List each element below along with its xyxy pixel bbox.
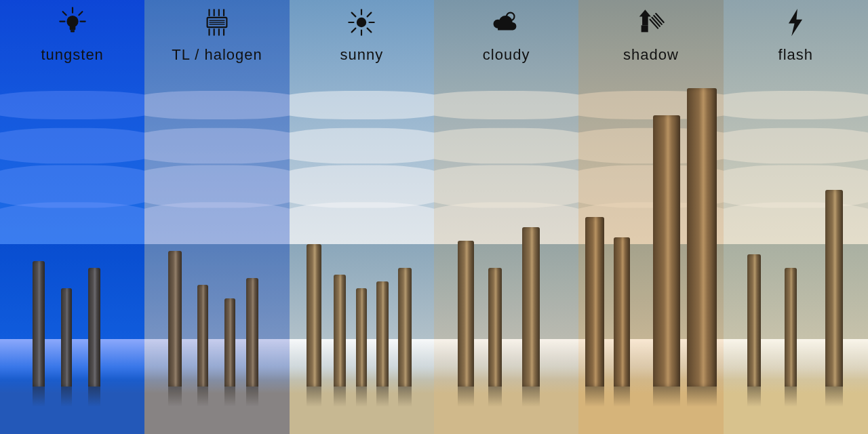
- svg-point-20: [357, 18, 366, 27]
- pole: [585, 217, 604, 387]
- panel-shadow: shadow: [578, 0, 724, 434]
- pole: [33, 261, 45, 387]
- pole: [168, 251, 182, 387]
- panel-label: shadow: [623, 46, 679, 64]
- foam: [434, 339, 578, 380]
- foam: [144, 339, 289, 380]
- pole: [488, 268, 502, 387]
- svg-line-1: [62, 12, 66, 15]
- panel-header: TL / halogen: [144, 7, 289, 64]
- svg-point-5: [66, 16, 78, 27]
- pole: [88, 268, 100, 387]
- panel-label: tungsten: [41, 46, 103, 64]
- svg-marker-30: [639, 9, 651, 25]
- pole: [614, 237, 630, 387]
- panel-label: flash: [778, 46, 813, 64]
- svg-rect-6: [69, 26, 75, 31]
- pole: [522, 227, 540, 387]
- pole: [224, 298, 235, 387]
- panel-flash: flash: [724, 0, 868, 434]
- svg-line-25: [352, 13, 356, 17]
- panel-tungsten: tungsten: [0, 0, 145, 434]
- shade-icon: [635, 7, 667, 41]
- pole: [458, 241, 474, 387]
- panel-label: TL / halogen: [172, 46, 262, 64]
- foam: [0, 339, 144, 380]
- panel-header: cloudy: [434, 7, 578, 64]
- sun-icon: [346, 7, 377, 41]
- pole: [356, 288, 367, 387]
- svg-rect-31: [642, 25, 648, 32]
- pole: [307, 244, 321, 387]
- pole: [197, 285, 208, 387]
- bolt-icon: [780, 7, 811, 41]
- panel-header: sunny: [290, 7, 434, 64]
- white-balance-comparison: tungstenTL / halogensunnycloudyshadowfla…: [0, 0, 868, 434]
- panel-header: shadow: [578, 7, 723, 64]
- pole: [687, 88, 717, 387]
- cloud-icon: [491, 7, 522, 41]
- pole: [376, 281, 389, 387]
- pole: [785, 268, 797, 387]
- pole: [747, 254, 761, 387]
- pole: [246, 278, 258, 387]
- panel-header: tungsten: [0, 7, 144, 64]
- svg-line-28: [352, 28, 356, 33]
- panel-sunny: sunny: [290, 0, 435, 434]
- svg-rect-7: [71, 31, 75, 33]
- svg-line-27: [368, 13, 372, 17]
- pole: [61, 288, 72, 387]
- panel-tl-halogen: TL / halogen: [144, 0, 290, 434]
- panel-header: flash: [724, 7, 868, 64]
- panel-label: sunny: [340, 46, 383, 64]
- fluor-icon: [201, 7, 233, 41]
- pole: [398, 268, 412, 387]
- panel-label: cloudy: [483, 46, 530, 64]
- svg-marker-36: [789, 9, 802, 36]
- svg-line-2: [79, 12, 82, 15]
- pole: [825, 190, 843, 387]
- panel-cloudy: cloudy: [434, 0, 579, 434]
- pole: [334, 275, 346, 387]
- bulb-icon: [57, 7, 88, 41]
- pole: [653, 115, 680, 387]
- svg-line-26: [368, 28, 372, 33]
